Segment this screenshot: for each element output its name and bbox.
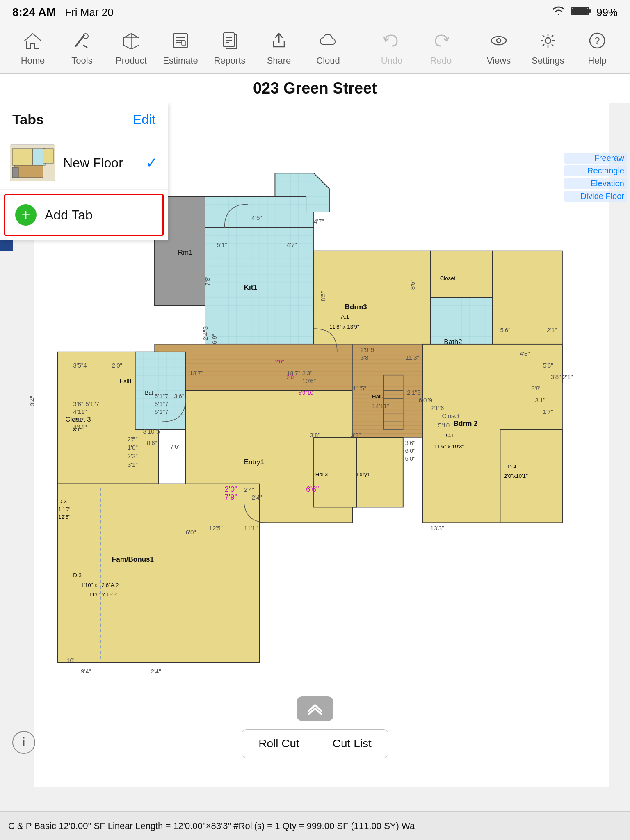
help-icon: ? — [588, 32, 607, 53]
svg-text:18'7": 18'7" — [189, 370, 203, 377]
svg-rect-44 — [430, 251, 492, 298]
svg-text:A.1: A.1 — [341, 314, 349, 320]
svg-text:3'6": 3'6" — [73, 416, 83, 423]
svg-rect-161 — [12, 167, 18, 178]
svg-point-21 — [497, 39, 501, 43]
svg-text:2'4"3: 2'4"3 — [202, 326, 209, 340]
svg-text:2'4": 2'4" — [151, 668, 161, 675]
svg-text:11'1": 11'1" — [244, 525, 258, 532]
toolbar-product[interactable]: Product — [107, 29, 156, 70]
toolbar-undo[interactable]: Undo — [367, 29, 416, 70]
wifi-icon — [551, 5, 566, 20]
svg-text:10'6": 10'6" — [302, 377, 316, 384]
svg-text:Bdrm3: Bdrm3 — [345, 303, 367, 311]
toolbar-estimate[interactable]: Estimate — [156, 29, 205, 70]
svg-line-6 — [83, 45, 87, 48]
svg-text:5'1"7: 5'1"7 — [155, 400, 169, 407]
toolbar-reports[interactable]: Reports — [205, 29, 254, 70]
svg-text:6'9": 6'9" — [211, 334, 218, 344]
toolbar-share-label: Share — [267, 55, 291, 66]
svg-text:2'0": 2'0" — [275, 358, 284, 365]
svg-text:6'0"9: 6'0"9 — [419, 397, 433, 404]
svg-text:4'7": 4'7" — [314, 218, 324, 225]
svg-text:4'7": 4'7" — [287, 241, 297, 248]
add-tab-button[interactable]: + Add Tab — [4, 194, 164, 236]
status-bottom-bar: C & P Basic 12'0.00" SF Linear Length = … — [0, 811, 630, 840]
svg-text:7'9": 7'9" — [224, 493, 237, 501]
add-tab-label: Add Tab — [45, 208, 93, 223]
svg-text:Kit1: Kit1 — [244, 283, 257, 291]
toolbar-help[interactable]: ? Help — [573, 29, 622, 70]
toolbar-tools[interactable]: Tools — [57, 29, 107, 70]
svg-text:2'2": 2'2" — [128, 452, 138, 459]
svg-text:2'4": 2'4" — [252, 494, 262, 501]
svg-text:2'0"x10'1": 2'0"x10'1" — [504, 473, 528, 479]
bottom-actions: Roll Cut Cut List — [242, 729, 388, 758]
freeraw-label[interactable]: Freeraw — [564, 153, 627, 164]
svg-text:3'6": 3'6" — [73, 400, 83, 407]
tools-icon — [73, 32, 91, 53]
rectangle-label[interactable]: Rectangle — [564, 165, 627, 176]
cut-list-button[interactable]: Cut List — [316, 730, 388, 758]
main-area: Rm1 Kit1 Bdrm3 A.1 11'8" x 13'9" Closet … — [0, 103, 630, 787]
svg-text:2'0": 2'0" — [224, 485, 237, 493]
toolbar-estimate-label: Estimate — [163, 55, 198, 66]
svg-text:12'6": 12'6" — [58, 514, 71, 520]
settings-icon — [539, 32, 557, 53]
svg-text:13'3": 13'3" — [430, 525, 444, 532]
share-icon — [269, 32, 288, 53]
svg-text:2'9"9: 2'9"9 — [361, 346, 374, 353]
toolbar-tools-label: Tools — [71, 55, 92, 66]
svg-text:11'8" x 13'9": 11'8" x 13'9" — [329, 324, 359, 330]
toolbar-redo-label: Redo — [430, 55, 452, 66]
roll-cut-button[interactable]: Roll Cut — [242, 730, 316, 758]
battery-percent: 99% — [596, 6, 618, 19]
tab-thumbnail — [10, 144, 55, 181]
svg-text:3'4": 3'4" — [29, 396, 36, 406]
svg-text:2'1"6: 2'1"6 — [430, 404, 444, 411]
svg-text:Entry1: Entry1 — [244, 458, 264, 466]
svg-text:3'6": 3'6" — [405, 439, 415, 446]
tab-check-icon: ✓ — [146, 154, 158, 171]
divide-floor-label[interactable]: Divide Floor — [564, 191, 627, 202]
elevation-label[interactable]: Elevation — [564, 178, 627, 189]
svg-text:D.3: D.3 — [58, 498, 67, 504]
svg-text:D.4: D.4 — [508, 463, 516, 470]
tabs-edit-button[interactable]: Edit — [133, 112, 155, 127]
svg-text:3'10"5: 3'10"5 — [143, 428, 160, 435]
svg-rect-1 — [589, 9, 591, 13]
toolbar-cloud[interactable]: Cloud — [304, 29, 353, 70]
redo-icon — [431, 32, 450, 53]
svg-text:4'8": 4'8" — [520, 350, 530, 357]
toolbar-settings[interactable]: Settings — [523, 29, 573, 70]
svg-text:7'8": 7'8" — [204, 276, 211, 286]
status-time: 8:24 AM — [12, 6, 56, 19]
svg-text:6'6": 6'6" — [306, 485, 319, 493]
toolbar-home-label: Home — [21, 55, 45, 66]
svg-text:4'11": 4'11" — [73, 408, 87, 415]
svg-text:3'8": 3'8" — [351, 431, 361, 438]
svg-text:Ldry1: Ldry1 — [356, 471, 370, 477]
toolbar-share[interactable]: Share — [254, 29, 304, 70]
svg-text:D.3: D.3 — [73, 572, 82, 578]
toolbar-views[interactable]: Views — [474, 29, 523, 70]
toolbar-redo[interactable]: Redo — [416, 29, 466, 70]
product-icon — [122, 32, 141, 53]
svg-text:Hall3: Hall3 — [315, 471, 328, 477]
tab-item-new-floor[interactable]: New Floor ✓ — [0, 136, 168, 190]
svg-text:Rm1: Rm1 — [178, 249, 193, 256]
svg-rect-14 — [182, 41, 186, 45]
svg-text:5'1"7: 5'1"7 — [155, 408, 169, 415]
svg-text:11'6" x 10'3": 11'6" x 10'3" — [434, 443, 464, 450]
svg-text:2'5": 2'5" — [128, 436, 138, 443]
toolbar-home[interactable]: Home — [8, 29, 57, 70]
svg-text:3'8": 3'8" — [310, 431, 320, 438]
collapse-button[interactable] — [297, 696, 333, 721]
svg-text:8'5": 8'5" — [409, 279, 416, 290]
toolbar-views-label: Views — [487, 55, 511, 66]
tab-name: New Floor — [63, 155, 137, 171]
svg-text:3'6": 3'6" — [174, 393, 184, 399]
svg-text:3'5"4: 3'5"4 — [73, 362, 87, 369]
svg-text:8'5": 8'5" — [320, 291, 326, 301]
svg-text:C.1: C.1 — [446, 432, 454, 438]
